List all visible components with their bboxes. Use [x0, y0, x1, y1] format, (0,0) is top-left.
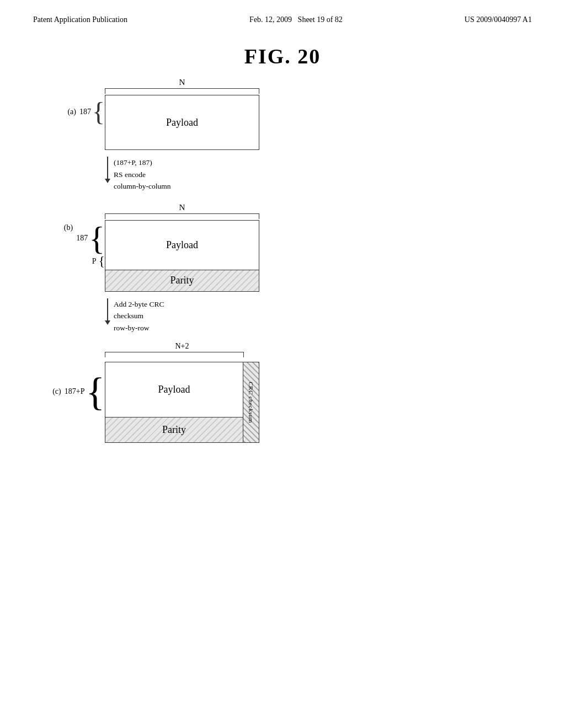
- section-b-brace-top: 187: [76, 234, 88, 243]
- arrow-2-vert: [105, 298, 110, 325]
- header-left: Patent Application Publication: [33, 15, 127, 24]
- section-c-parity: Parity: [105, 417, 243, 442]
- figure-title: FIG. 20: [0, 44, 565, 68]
- section-b-left: (b) 187 { P {: [33, 223, 105, 267]
- section-b-n-line: [105, 213, 259, 219]
- section-c-n2-label: N+2: [105, 342, 259, 351]
- section-a-n-line: [105, 88, 259, 94]
- arrow-1-head: [105, 179, 110, 183]
- section-b-box: Payload Parity: [105, 220, 259, 292]
- section-c-crc: CRC checksum: [243, 362, 259, 442]
- header-center: Feb. 12, 2009 Sheet 19 of 82: [249, 15, 343, 24]
- section-b-center: N Payload Parity: [105, 199, 259, 292]
- section-c-n2-line: [105, 352, 244, 357]
- section-b-n-bracket: N: [105, 202, 259, 219]
- section-a-label: (a): [67, 108, 76, 116]
- section-a-brace: {: [92, 99, 105, 125]
- section-b-label: (b): [64, 223, 73, 232]
- section-a-left: (a) 187 {: [33, 99, 105, 125]
- section-a-n-label: N: [179, 78, 185, 87]
- section-b-brace-small: {: [98, 255, 105, 267]
- section-b-n-label: N: [179, 203, 185, 212]
- section-b-brace-main: {: [89, 223, 105, 253]
- section-a-brace-number: 187: [79, 108, 91, 116]
- section-a-payload-label: Payload: [166, 117, 198, 129]
- arrow-1-line: [107, 157, 108, 179]
- section-c-center: N+2 Payload Parity CRC checksum: [105, 341, 259, 443]
- arrow-2-line: [107, 298, 108, 320]
- section-c-label: (c): [52, 387, 61, 396]
- section-c-box: Payload Parity CRC checksum: [105, 362, 259, 443]
- arrow-2-head: [105, 320, 110, 325]
- section-c: (c) 187+P { N+2 Payload Parity: [33, 341, 565, 443]
- arrow-1-desc: (187+P, 187) RS encode column-by-column: [114, 157, 170, 192]
- section-c-n2-bracket: N+2: [105, 342, 259, 357]
- header-right: US 2009/0040997 A1: [465, 15, 532, 24]
- arrow-1: (187+P, 187) RS encode column-by-column: [105, 157, 565, 192]
- arrow-2-desc: Add 2-byte CRC checksum row-by-row: [114, 298, 164, 334]
- section-c-payload: Payload: [105, 362, 243, 417]
- section-a-center: N Payload: [105, 74, 259, 150]
- section-c-left: (c) 187+P {: [33, 374, 105, 410]
- section-c-brace-number: 187+P: [65, 387, 85, 396]
- arrow-2: Add 2-byte CRC checksum row-by-row: [105, 298, 565, 334]
- diagram-area: (a) 187 { N Payload (187+P, 187) RS enco…: [0, 68, 565, 443]
- section-a-payload-box: Payload: [105, 95, 259, 150]
- section-b-brace-bot: P: [92, 257, 97, 266]
- section-a: (a) 187 { N Payload: [33, 74, 565, 150]
- section-a-n-bracket: N: [105, 77, 259, 94]
- section-c-brace: {: [86, 374, 105, 410]
- section-b-parity: Parity: [105, 270, 259, 291]
- section-b: (b) 187 { P { N: [33, 199, 565, 292]
- section-b-payload: Payload: [105, 221, 259, 270]
- page-header: Patent Application Publication Feb. 12, …: [0, 0, 565, 24]
- section-c-left-col: Payload Parity: [105, 362, 243, 442]
- arrow-1-vert: [105, 157, 110, 183]
